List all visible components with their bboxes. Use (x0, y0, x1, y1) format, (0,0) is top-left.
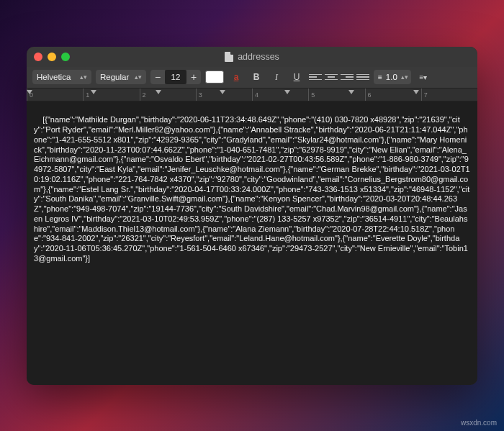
alignment-group (309, 72, 369, 82)
font-weight-value: Regular (100, 73, 129, 81)
font-family-dropdown[interactable]: Helvetica ▴▾ (32, 70, 91, 84)
chevron-updown-icon: ▴▾ (135, 75, 142, 79)
align-center-button[interactable] (325, 72, 338, 82)
ruler-number: 4 (255, 91, 258, 99)
font-size-decrease-button[interactable]: − (150, 70, 165, 84)
font-family-value: Helvetica (37, 73, 71, 81)
ruler[interactable]: 01234567 (27, 89, 477, 101)
ruler-number: 6 (368, 91, 372, 99)
watermark-text: wsxdn.com (461, 419, 497, 427)
font-weight-dropdown[interactable]: Regular ▴▾ (96, 70, 146, 84)
list-style-button[interactable]: ≡▾ (415, 70, 431, 84)
minimize-button[interactable] (48, 53, 56, 61)
tab-marker[interactable] (348, 90, 354, 94)
ruler-number: 3 (199, 91, 202, 99)
tab-marker[interactable] (220, 90, 225, 94)
tab-marker[interactable] (284, 90, 290, 94)
text-color-well[interactable] (205, 71, 224, 83)
font-size-value[interactable]: 12 (165, 70, 186, 84)
window-title: addresses (27, 52, 477, 62)
bold-button[interactable]: B (248, 70, 264, 84)
line-spacing-dropdown[interactable]: ≡ 1.0 ▴▾ (374, 70, 411, 84)
ruler-number: 5 (311, 91, 315, 99)
textedit-window: addresses Helvetica ▴▾ Regular ▴▾ − 12 +… (27, 47, 477, 385)
text-color-button[interactable]: a (228, 70, 244, 84)
underline-button[interactable]: U (289, 70, 305, 84)
align-right-button[interactable] (341, 72, 354, 82)
document-text-area[interactable]: [{"name":"Mathilde Durgan","birthday":"2… (27, 101, 477, 385)
format-toolbar: Helvetica ▴▾ Regular ▴▾ − 12 + a B I U ≡… (27, 67, 477, 89)
traffic-lights (34, 53, 70, 61)
maximize-button[interactable] (61, 53, 70, 61)
line-spacing-value: 1.0 (386, 73, 397, 81)
ruler-tick: 0 (27, 89, 83, 101)
ruler-tick: 7 (421, 89, 477, 101)
titlebar[interactable]: addresses (27, 47, 477, 67)
document-icon (225, 52, 233, 62)
window-title-text: addresses (238, 52, 279, 62)
ruler-tick: 5 (308, 89, 364, 101)
tab-marker[interactable] (91, 90, 96, 94)
close-button[interactable] (34, 53, 42, 61)
tab-marker[interactable] (413, 90, 419, 94)
ruler-tick: 2 (140, 89, 196, 101)
ruler-number: 7 (424, 91, 428, 99)
tab-marker[interactable] (27, 90, 32, 94)
ruler-tick: 4 (252, 89, 308, 101)
align-justify-button[interactable] (356, 72, 369, 82)
document-text: [{"name":"Mathilde Durgan","birthday":"2… (34, 115, 470, 263)
ruler-number: 2 (143, 91, 146, 99)
ruler-number: 1 (86, 91, 89, 99)
chevron-updown-icon: ▴▾ (401, 75, 408, 79)
line-spacing-icon: ≡ (378, 73, 382, 81)
font-size-stepper: − 12 + (150, 70, 201, 84)
italic-button[interactable]: I (269, 70, 284, 84)
font-size-increase-button[interactable]: + (186, 70, 201, 84)
align-left-button[interactable] (309, 72, 322, 82)
chevron-updown-icon: ▴▾ (80, 75, 87, 79)
tab-marker[interactable] (156, 90, 161, 94)
